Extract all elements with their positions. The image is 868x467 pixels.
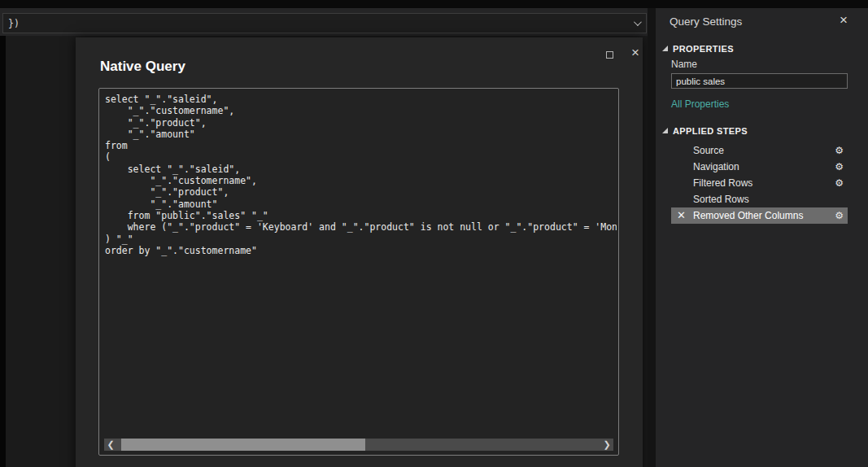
maximize-icon	[606, 51, 613, 59]
properties-section-header[interactable]: PROPERTIES	[662, 44, 734, 54]
delete-step-icon[interactable]: ✕	[677, 207, 693, 224]
formula-input[interactable]: })	[2, 13, 647, 33]
chevron-down-icon	[633, 18, 641, 26]
step-label[interactable]: Removed Other Columns	[693, 210, 803, 221]
applied-steps-section-header[interactable]: APPLIED STEPS	[662, 126, 748, 136]
horizontal-scrollbar[interactable]: ❮ ❯	[104, 439, 613, 451]
applied-steps-list: Source ⚙ Navigation ⚙ Filtered Rows ⚙ So…	[671, 142, 848, 224]
power-query-editor: }) Native Query × select "_"."saleid", "…	[0, 0, 868, 467]
scroll-right-icon[interactable]: ❯	[600, 439, 613, 450]
dialog-title: Native Query	[100, 59, 185, 75]
query-name-input[interactable]	[671, 73, 848, 89]
scrollbar-thumb[interactable]	[121, 439, 365, 451]
formula-text[interactable]: })	[3, 18, 626, 29]
scrollbar-track[interactable]	[117, 439, 600, 451]
gear-icon[interactable]: ⚙	[835, 177, 844, 189]
step-filtered-rows[interactable]: Filtered Rows ⚙	[671, 175, 848, 191]
gear-icon[interactable]: ⚙	[835, 145, 844, 156]
pane-divider	[648, 8, 656, 467]
collapse-triangle-icon	[662, 46, 668, 51]
pane-title: Query Settings	[670, 15, 742, 28]
applied-steps-header-label: APPLIED STEPS	[673, 126, 748, 136]
formula-bar: })	[0, 8, 651, 36]
native-query-code-box: select "_"."saleid", "_"."customername",…	[98, 88, 619, 456]
step-sorted-rows[interactable]: Sorted Rows	[671, 191, 848, 207]
title-bar	[0, 0, 868, 8]
gear-icon[interactable]: ⚙	[835, 210, 844, 221]
step-source[interactable]: Source ⚙	[671, 142, 848, 159]
step-label[interactable]: Sorted Rows	[693, 194, 749, 205]
close-dialog-button[interactable]: ×	[627, 44, 643, 62]
name-label: Name	[671, 59, 697, 70]
step-navigation[interactable]: Navigation ⚙	[671, 159, 848, 175]
sql-code: select "_"."saleid", "_"."customername",…	[105, 94, 617, 256]
native-query-dialog: Native Query × select "_"."saleid", "_".…	[76, 37, 643, 467]
formula-expand-button[interactable]	[626, 14, 646, 33]
close-pane-button[interactable]: ×	[835, 11, 853, 29]
scroll-left-icon[interactable]: ❮	[104, 439, 117, 450]
all-properties-link[interactable]: All Properties	[671, 98, 729, 110]
queries-pane-collapsed	[0, 36, 6, 467]
step-label[interactable]: Filtered Rows	[693, 177, 752, 189]
maximize-button[interactable]	[603, 48, 616, 61]
gear-icon[interactable]: ⚙	[835, 161, 844, 172]
collapse-triangle-icon	[662, 128, 668, 133]
query-settings-pane: Query Settings × PROPERTIES Name All Pro…	[656, 8, 868, 467]
step-label[interactable]: Navigation	[693, 161, 739, 172]
step-removed-other-columns[interactable]: ✕ Removed Other Columns ⚙	[671, 207, 848, 224]
step-label[interactable]: Source	[693, 145, 724, 156]
properties-header-label: PROPERTIES	[673, 44, 734, 54]
